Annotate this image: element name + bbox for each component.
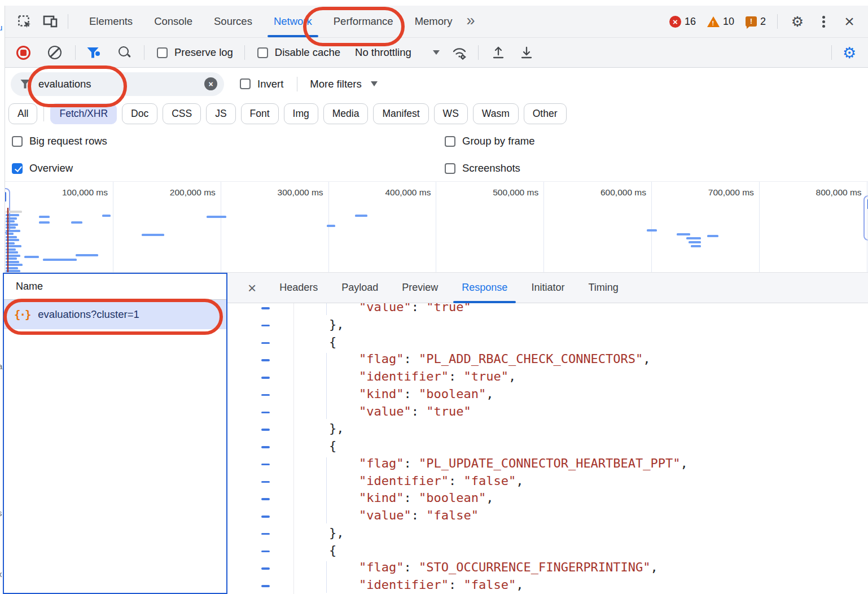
main-tab-elements[interactable]: Elements [78, 6, 143, 37]
chip-media[interactable]: Media [323, 103, 369, 124]
kebab-menu-icon[interactable] [814, 12, 833, 31]
requests-panel: Name {·}evaluations?cluster=1 [3, 273, 227, 594]
network-toolbar: Preserve log Disable cache No throttling [5, 38, 868, 68]
code-fold-marker-icon[interactable] [261, 359, 270, 361]
screenshots-checkbox[interactable] [445, 163, 455, 174]
detail-tab-response[interactable]: Response [450, 273, 519, 303]
overview-checkbox[interactable] [12, 163, 23, 174]
filter-input[interactable] [38, 78, 174, 90]
request-row[interactable]: {·}evaluations?cluster=1 [4, 300, 226, 329]
chip-font[interactable]: Font [241, 103, 279, 124]
code-fold-marker-icon[interactable] [261, 533, 270, 535]
error-badge[interactable]: × 16 [669, 16, 696, 28]
overview-tick-label: 600,000 ms [600, 187, 646, 198]
main-tab-console[interactable]: Console [143, 6, 203, 37]
chip-manifest[interactable]: Manifest [373, 103, 428, 124]
code-fold-marker-icon[interactable] [261, 377, 270, 379]
code-fold-marker-icon[interactable] [261, 585, 270, 587]
detail-tab-payload[interactable]: Payload [330, 273, 390, 303]
main-tab-performance[interactable]: Performance [323, 6, 404, 37]
search-icon[interactable] [118, 46, 131, 59]
throttling-caret-icon[interactable] [433, 50, 440, 55]
code-fold-marker-icon[interactable] [261, 325, 270, 327]
overview-tick-label: 100,000 ms [62, 187, 108, 198]
inspect-element-icon[interactable] [15, 12, 34, 31]
chip-img[interactable]: Img [284, 103, 318, 124]
detail-tab-timing[interactable]: Timing [576, 273, 630, 303]
invert-checkbox[interactable] [240, 78, 251, 89]
code-fold-marker-icon[interactable] [261, 429, 270, 431]
code-fold-marker-icon[interactable] [261, 446, 270, 448]
overview-right-grip[interactable] [863, 195, 868, 241]
chip-css[interactable]: CSS [163, 103, 201, 124]
json-string-token: "flag" [359, 352, 404, 366]
main-tab-sources[interactable]: Sources [203, 6, 263, 37]
response-code-line: "kind": "boolean", [227, 386, 868, 404]
response-code-line: }, [227, 525, 868, 543]
json-string-token: "kind" [359, 387, 404, 401]
more-filters-button[interactable]: More filters [310, 78, 362, 90]
close-devtools-icon[interactable]: × [840, 12, 859, 31]
warning-badge[interactable]: ! 10 [707, 16, 734, 28]
issues-badge[interactable]: ! 2 [746, 16, 766, 28]
disable-cache-checkbox[interactable] [257, 47, 268, 58]
json-punctuation-token: , [516, 474, 523, 488]
import-har-icon[interactable] [489, 43, 508, 62]
code-fold-marker-icon[interactable] [261, 481, 270, 483]
chip-doc[interactable]: Doc [122, 103, 157, 124]
chip-all[interactable]: All [8, 103, 37, 124]
code-fold-marker-icon[interactable] [261, 567, 270, 570]
code-fold-marker-icon[interactable] [261, 551, 270, 553]
network-settings-gear-icon[interactable]: ⚙ [840, 43, 859, 62]
more-filters-caret-icon[interactable] [371, 81, 378, 86]
main-tab-network[interactable]: Network [263, 6, 323, 37]
main-tab-memory[interactable]: Memory [404, 6, 463, 37]
chip-js[interactable]: JS [206, 103, 235, 124]
divider [244, 45, 245, 60]
code-fold-marker-icon[interactable] [261, 342, 270, 344]
code-fold-marker-icon[interactable] [261, 307, 270, 309]
detail-tab-initiator[interactable]: Initiator [519, 273, 576, 303]
settings-gear-icon[interactable]: ⚙ [788, 12, 807, 31]
export-har-icon[interactable] [517, 43, 536, 62]
network-conditions-icon[interactable] [450, 43, 469, 62]
response-code-line: "value": "true" [227, 404, 868, 421]
preserve-log-checkbox[interactable] [157, 47, 168, 58]
json-string-token: "true" [426, 303, 471, 314]
chip-fetch-xhr[interactable]: Fetch/XHR [50, 103, 117, 124]
json-punctuation-token: { [329, 335, 336, 349]
big-request-rows-checkbox[interactable] [12, 136, 23, 147]
devtools-window: u l a s x ElementsConsoleSourcesNetworkP… [0, 0, 868, 594]
warning-count: 10 [723, 16, 734, 28]
overview-request-bar [71, 221, 82, 224]
clear-network-log-icon[interactable] [48, 46, 62, 59]
name-column-header[interactable]: Name [4, 274, 226, 300]
error-count: 16 [685, 16, 696, 28]
chip-ws[interactable]: WS [434, 103, 468, 124]
overview-gridline [867, 182, 867, 272]
detail-tab-preview[interactable]: Preview [390, 273, 450, 303]
group-by-frame-checkbox[interactable] [445, 136, 455, 147]
more-tabs-chevron[interactable]: » [463, 12, 478, 29]
code-fold-marker-icon[interactable] [261, 412, 270, 414]
code-fold-marker-icon[interactable] [261, 464, 270, 466]
throttling-select[interactable]: No throttling [355, 46, 411, 59]
divider [68, 14, 68, 29]
filter-input-pill: × [11, 72, 224, 96]
json-string-token: "value" [359, 508, 411, 522]
close-detail-icon[interactable]: × [248, 281, 256, 295]
chip-other[interactable]: Other [524, 103, 567, 124]
record-network-log-icon[interactable] [16, 46, 30, 60]
code-fold-marker-icon[interactable] [261, 516, 270, 518]
overview-request-bar [39, 216, 50, 218]
json-punctuation-token: : [404, 560, 419, 574]
divider [777, 14, 778, 29]
code-fold-marker-icon[interactable] [261, 498, 270, 500]
clear-filter-icon[interactable]: × [204, 77, 217, 90]
detail-tab-headers[interactable]: Headers [268, 273, 330, 303]
chip-wasm[interactable]: Wasm [473, 103, 519, 124]
filter-toggle-icon[interactable] [87, 47, 103, 58]
code-fold-marker-icon[interactable] [261, 394, 270, 396]
device-toolbar-icon[interactable] [41, 12, 60, 31]
overview-timeline[interactable]: 100,000 ms200,000 ms300,000 ms400,000 ms… [5, 181, 868, 273]
